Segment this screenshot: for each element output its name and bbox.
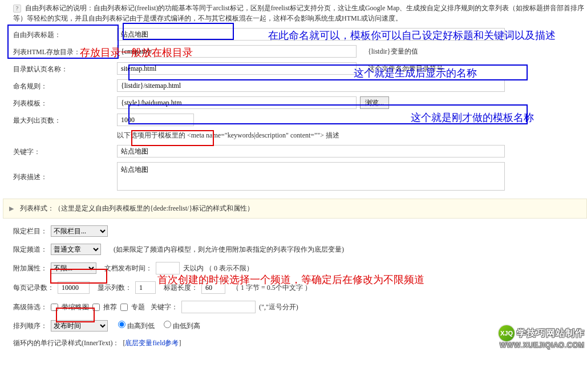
naming-input[interactable] — [117, 79, 505, 92]
recommend-checkbox[interactable] — [92, 304, 100, 311]
title-input[interactable] — [117, 28, 505, 41]
recommend-label: 推荐 — [103, 302, 117, 312]
label-keywords: 关键字： — [3, 145, 117, 157]
desc-radio[interactable] — [118, 321, 126, 328]
limit-chan-select[interactable]: 普通文章 — [51, 244, 101, 255]
kw2-input[interactable] — [181, 301, 256, 313]
label-defaultpage: 目录默认页名称： — [3, 62, 117, 74]
asc-radio[interactable] — [164, 321, 171, 328]
chan-hint: (如果限定了频道内容模型，则允许使用附加表指定的列表字段作为底层变量) — [114, 245, 344, 254]
titlelen-hint: （ 1 字节 = 0.5个中文字 ） — [232, 283, 311, 293]
template-input[interactable] — [117, 96, 357, 109]
defaultpage-input[interactable] — [117, 62, 357, 75]
label-maxpage: 最大列出页数： — [3, 114, 117, 126]
maxpage-input[interactable] — [117, 114, 194, 126]
label-naming: 命名规则： — [3, 79, 117, 91]
order-select[interactable]: 发布时间 — [51, 320, 108, 332]
label-limit-chan: 限定频道： — [13, 245, 47, 254]
fieldref-link[interactable]: 底层变量field参考 — [125, 339, 179, 347]
kw2-hint: (","逗号分开) — [259, 302, 298, 312]
meta-hint: 以下选项用于模板里的 <meta name="keywords|descript… — [117, 131, 587, 140]
label-order: 排列顺序： — [13, 321, 47, 331]
desc-radio-label: 由高到低 — [127, 322, 155, 330]
dispcol-input[interactable] — [135, 281, 156, 294]
limit-col-select[interactable]: 不限栏目... — [51, 225, 108, 237]
watermark-line1: 学技巧网站制作 — [517, 328, 585, 340]
addprop-select[interactable]: 不限... — [51, 262, 96, 274]
perpage-input[interactable] — [58, 281, 90, 294]
label-title: 自由列表标题： — [3, 28, 117, 40]
label-template: 列表模板： — [3, 96, 117, 108]
label-loop: 循环内的单行记录样式(InnerText)： — [13, 338, 119, 348]
label-kw2: 关键字： — [151, 302, 178, 312]
label-htmldir: 列表HTML存放目录： — [3, 45, 117, 57]
watermark-line2: WWW.XUEJIQIAO.COM — [499, 341, 585, 349]
arrow-icon: ▶ — [9, 205, 14, 212]
label-limit-col: 限定栏目： — [13, 227, 47, 236]
thumb-label: 带缩略图 — [62, 302, 89, 312]
special-label: 专题 — [131, 302, 145, 312]
watermark: XJQ 学技巧网站制作 WWW.XUEJIQIAO.COM — [499, 325, 585, 349]
style-bar: ▶ 列表样式：（这里是定义自由列表模板里的{dede:freelist/}标记的… — [3, 199, 587, 219]
pubtime-hint: 天以内 （ 0 表示不限） — [183, 264, 253, 273]
pubtime-input[interactable] — [156, 262, 180, 274]
browse-button[interactable]: 浏览... — [360, 96, 389, 109]
intro-text: ? 自由列表标记的说明：自由列表标记(freelist)的功能基本等同于arcl… — [13, 3, 587, 23]
label-perpage: 每页记录数： — [13, 283, 54, 293]
help-icon: ? — [13, 5, 21, 13]
special-checkbox[interactable] — [120, 304, 128, 311]
desc-textarea[interactable]: 站点地图 — [117, 162, 505, 191]
label-addprop: 附加属性： — [13, 264, 47, 273]
htmldir-hint: {listdir}变量的值 — [368, 47, 418, 56]
htmldir-input[interactable] — [117, 45, 357, 58]
label-titlelen: 标题长度： — [164, 283, 198, 293]
asc-radio-label: 由低到高 — [173, 322, 200, 330]
label-advfilter: 高级筛选： — [13, 302, 47, 312]
keywords-input[interactable] — [117, 145, 505, 157]
defaultpage-hint: 这个文件名勿带目录符号 — [368, 64, 443, 74]
thumb-checkbox[interactable] — [51, 304, 58, 311]
label-dispcol: 显示列数： — [98, 283, 132, 293]
label-desc: 列表描述： — [3, 162, 117, 182]
titlelen-input[interactable] — [201, 281, 225, 294]
label-pubtime: 文档发布时间： — [104, 264, 152, 273]
watermark-logo: XJQ — [499, 325, 515, 341]
